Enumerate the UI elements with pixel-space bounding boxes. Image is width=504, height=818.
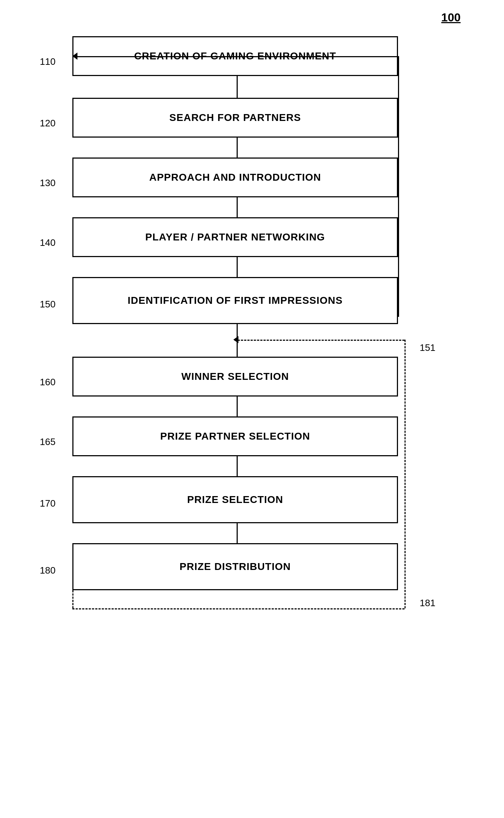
box-identification-first-impressions: IDENTIFICATION OF FIRST IMPRESSIONS (72, 277, 398, 324)
box-winner-selection: WINNER SELECTION (72, 357, 398, 397)
dashed-bottom-horizontal (72, 608, 405, 609)
diagram-reference-number: 100 (441, 11, 461, 24)
label-130: 130 (40, 177, 55, 189)
label-170: 170 (40, 498, 55, 509)
label-160: 160 (40, 377, 55, 388)
box-prize-selection: PRIZE SELECTION (72, 476, 398, 523)
box-search-for-partners: SEARCH FOR PARTNERS (72, 98, 398, 138)
label-181: 181 (420, 597, 435, 609)
dashed-left-vertical-bottom (72, 590, 73, 608)
dashed-feedback-arrow-h (234, 340, 405, 341)
box-prize-distribution: PRIZE DISTRIBUTION (72, 543, 398, 590)
label-140: 140 (40, 237, 55, 248)
label-150: 150 (40, 299, 55, 310)
label-120: 120 (40, 118, 55, 129)
box-approach-and-introduction: APPROACH AND INTRODUCTION (72, 158, 398, 197)
dashed-arrow-head (233, 336, 238, 343)
dashed-right-vertical (405, 340, 406, 608)
feedback-corner-top (398, 56, 399, 57)
label-165: 165 (40, 436, 55, 448)
label-110: 110 (40, 56, 55, 67)
label-151: 151 (420, 342, 435, 353)
box-prize-partner-selection: PRIZE PARTNER SELECTION (72, 416, 398, 456)
flowchart-diagram: 100 CREATION OF GAMING ENVIRONMENT 110 S… (0, 0, 504, 818)
box-player-partner-networking: PLAYER / PARTNER NETWORKING (72, 217, 398, 257)
label-180: 180 (40, 565, 55, 576)
feedback-line-right-solid (398, 56, 399, 317)
